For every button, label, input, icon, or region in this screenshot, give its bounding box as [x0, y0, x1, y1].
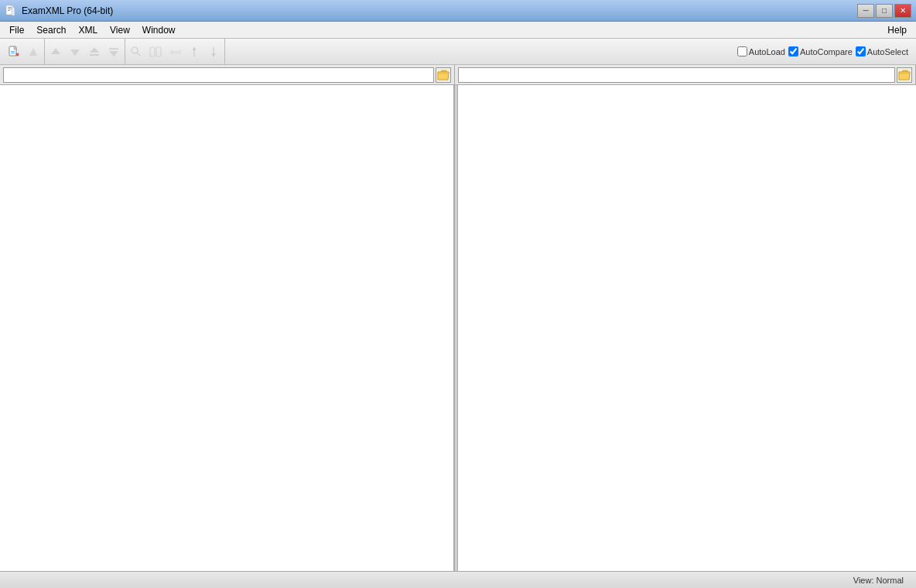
right-panel-content[interactable]: [458, 85, 916, 571]
svg-marker-26: [211, 53, 216, 56]
svg-marker-14: [90, 47, 99, 53]
autoselect-checkbox[interactable]: [856, 46, 866, 56]
autocompare-checkbox[interactable]: [788, 46, 798, 56]
left-panel-open-btn[interactable]: [436, 67, 451, 83]
right-panel-dropdown[interactable]: [458, 67, 895, 83]
autoload-checkbox[interactable]: [737, 46, 747, 56]
toolbar-btn2[interactable]: [24, 43, 43, 61]
close-button[interactable]: ✕: [894, 4, 911, 18]
svg-rect-20: [150, 47, 155, 56]
toolbar-next-change[interactable]: [104, 43, 123, 61]
svg-marker-24: [192, 47, 197, 50]
maximize-button[interactable]: □: [876, 4, 893, 18]
main-content: [0, 85, 916, 571]
toolbar-prev-diff[interactable]: [46, 43, 65, 61]
title-bar: ExamXML Pro (64-bit) ─ □ ✕: [0, 0, 916, 22]
toolbar-section-file: [3, 39, 45, 64]
left-panel-dropdown[interactable]: [3, 67, 434, 83]
toolbar-prev-change[interactable]: [85, 43, 104, 61]
panels-header: [0, 65, 916, 85]
svg-text:⟺: ⟺: [170, 47, 181, 56]
title-controls: ─ □ ✕: [857, 4, 911, 18]
svg-rect-1: [8, 7, 12, 8]
toolbar-section-nav: [45, 39, 125, 64]
svg-rect-2: [8, 9, 12, 9]
right-panel-open-btn[interactable]: [897, 67, 912, 83]
toolbar-new-btn[interactable]: [5, 43, 23, 61]
menu-view[interactable]: View: [104, 23, 136, 37]
svg-marker-4: [12, 5, 15, 15]
svg-rect-8: [11, 53, 15, 53]
autoload-option[interactable]: AutoLoad: [737, 46, 785, 56]
svg-rect-17: [109, 48, 118, 50]
autoselect-option[interactable]: AutoSelect: [856, 46, 908, 56]
svg-marker-12: [51, 48, 60, 54]
svg-marker-16: [109, 51, 118, 56]
title-left: ExamXML Pro (64-bit): [5, 5, 113, 17]
menu-file[interactable]: File: [3, 23, 30, 37]
toolbar-find[interactable]: [127, 43, 145, 61]
status-right: View: Normal: [853, 576, 911, 585]
svg-marker-13: [70, 50, 80, 56]
left-panel-content[interactable]: [0, 85, 454, 571]
app-icon: [5, 5, 17, 17]
svg-marker-11: [29, 48, 37, 56]
menu-xml[interactable]: XML: [72, 23, 104, 37]
svg-rect-21: [156, 47, 161, 56]
svg-point-18: [132, 47, 138, 53]
toolbar-sync[interactable]: ⟺: [166, 43, 184, 61]
svg-rect-7: [11, 51, 15, 52]
menu-search[interactable]: Search: [30, 23, 72, 37]
toolbar: ⟺ AutoLoad AutoCompare AutoSel: [0, 39, 916, 65]
menu-bar: File Search XML View Window Help: [0, 22, 916, 39]
toolbar-collapse[interactable]: [204, 43, 223, 61]
toolbar-options: AutoLoad AutoCompare AutoSelect: [733, 39, 913, 64]
status-bar: View: Normal: [0, 571, 916, 588]
toolbar-section-tools: ⟺: [125, 39, 225, 64]
svg-rect-3: [8, 10, 10, 11]
menu-window[interactable]: Window: [136, 23, 182, 37]
menu-help[interactable]: Help: [881, 23, 913, 37]
left-panel-header: [0, 65, 455, 84]
minimize-button[interactable]: ─: [857, 4, 874, 18]
autocompare-option[interactable]: AutoCompare: [788, 46, 853, 56]
toolbar-compare[interactable]: [146, 43, 165, 61]
toolbar-expand[interactable]: [185, 43, 203, 61]
toolbar-next-diff[interactable]: [66, 43, 84, 61]
svg-rect-15: [90, 54, 99, 56]
title-text: ExamXML Pro (64-bit): [22, 5, 113, 16]
right-panel-header: [455, 65, 916, 84]
svg-line-19: [137, 53, 140, 56]
